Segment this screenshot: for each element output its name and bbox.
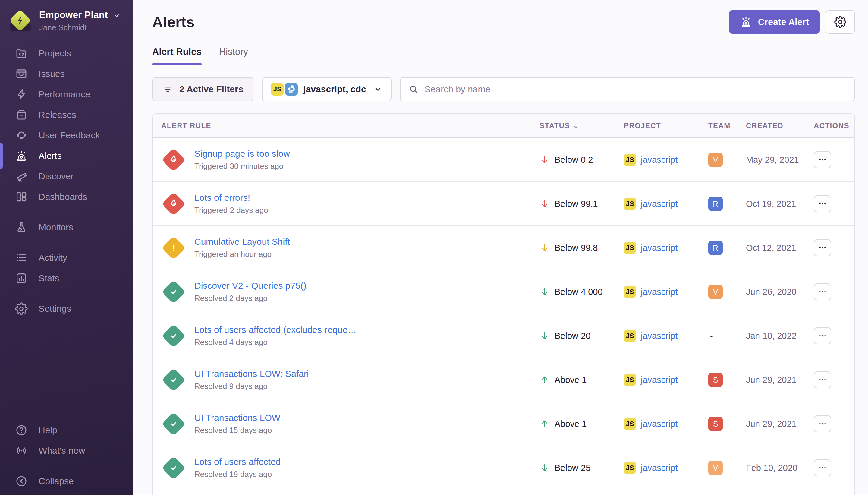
team-avatar: V [708, 153, 723, 167]
row-actions-button[interactable] [814, 151, 831, 168]
tab-history[interactable]: History [219, 47, 248, 65]
search-icon [409, 84, 419, 95]
whats-new-icon [15, 444, 28, 457]
alert-rule-link[interactable]: Discover V2 - Queries p75() [194, 281, 307, 291]
actions-cell [814, 327, 854, 344]
row-actions-button[interactable] [814, 239, 831, 256]
severity-critical-badge [161, 148, 186, 172]
alert-rule-row: UI Transactions LOW: Safari Resolved 9 d… [153, 358, 854, 402]
sidebar-item-help[interactable]: Help [0, 420, 133, 441]
projects-icon [15, 47, 28, 60]
row-actions-button[interactable] [814, 327, 831, 344]
project-link[interactable]: javascript [641, 199, 678, 209]
alert-rule-link[interactable]: Lots of users affected (excludes reque… [194, 325, 357, 335]
sidebar-item-stats[interactable]: Stats [0, 268, 133, 289]
alert-rule-link[interactable]: UI Transactions LOW: Safari [194, 369, 309, 379]
alert-rule-link[interactable]: UI Transactions LOW [194, 413, 280, 423]
row-actions-button[interactable] [814, 459, 831, 476]
sidebar-item-label: Performance [39, 89, 90, 100]
alert-rule-link[interactable]: Cumulative Layout Shift [194, 237, 290, 247]
project-cell: JS javascript [624, 418, 708, 430]
team-cell: V [708, 153, 746, 167]
tab-alert-rules[interactable]: Alert Rules [152, 47, 202, 65]
project-link[interactable]: javascript [641, 375, 678, 385]
sidebar-item-label: Dashboards [39, 192, 87, 202]
ellipsis-icon [818, 463, 827, 472]
alert-rule-link[interactable]: Signup page is too slow [194, 149, 290, 159]
settings-icon [15, 302, 28, 315]
search-input[interactable] [425, 84, 846, 95]
ellipsis-icon [818, 243, 827, 252]
actions-cell [814, 151, 854, 168]
alert-rule-cell: Lots of users affected (excludes reque… … [153, 323, 539, 348]
alerts-settings-button[interactable] [826, 10, 855, 34]
project-link[interactable]: javascript [641, 463, 678, 473]
project-cell: JS javascript [624, 462, 708, 474]
sidebar-item-releases[interactable]: Releases [0, 105, 133, 125]
sidebar-item-projects[interactable]: Projects [0, 43, 133, 64]
filter-lines-icon [162, 84, 173, 95]
severity-resolved-badge [161, 279, 186, 304]
severity-resolved-badge [161, 323, 186, 348]
row-actions-button[interactable] [814, 415, 831, 432]
severity-resolved-badge [161, 368, 186, 392]
column-label: Actions [814, 121, 849, 130]
project-link[interactable]: javascript [641, 331, 678, 341]
sidebar-item-monitors[interactable]: Monitors [0, 217, 133, 238]
project-selector[interactable]: JS javascript, cdc [262, 77, 391, 101]
tabs: Alert RulesHistory [152, 47, 855, 65]
alert-rule-row: Lots of errors! Triggered 2 days ago Bel… [153, 182, 854, 226]
sidebar: Empower Plant Jane Schmidt ProjectsIssue… [0, 0, 133, 495]
sidebar-item-label: Projects [39, 48, 71, 58]
chevron-down-icon [374, 85, 382, 94]
sidebar-item-alerts[interactable]: Alerts [0, 146, 133, 166]
ellipsis-icon [818, 155, 827, 164]
status-cell: Below 99.1 [539, 199, 624, 209]
project-cell: JS javascript [624, 286, 708, 298]
alert-rule-cell: ! Cumulative Layout Shift Triggered an h… [153, 236, 539, 260]
project-link[interactable]: javascript [641, 419, 678, 429]
javascript-icon: JS [271, 83, 283, 96]
status-cell: Above 1 [539, 419, 624, 429]
row-actions-button[interactable] [814, 371, 831, 388]
active-filters-button[interactable]: 2 Active Filters [152, 77, 254, 101]
trend-down-icon [539, 243, 550, 253]
column-label: Team [708, 121, 731, 130]
team-cell: S [708, 416, 746, 431]
project-link[interactable]: javascript [641, 243, 678, 253]
sidebar-item-settings[interactable]: Settings [0, 298, 133, 319]
column-header-status[interactable]: Status [539, 121, 624, 130]
sidebar-item-issues[interactable]: Issues [0, 64, 133, 84]
org-name: Empower Plant [39, 10, 108, 20]
sidebar-item-performance[interactable]: Performance [0, 84, 133, 105]
status-cell: Below 0.2 [539, 155, 624, 165]
team-none: - [708, 331, 713, 341]
org-switcher[interactable]: Empower Plant Jane Schmidt [0, 7, 133, 35]
sidebar-item-discover[interactable]: Discover [0, 166, 133, 187]
sidebar-item-activity[interactable]: Activity [0, 248, 133, 268]
monitors-icon [15, 221, 28, 234]
status-cell: Below 4,000 [539, 287, 624, 297]
team-avatar: S [708, 416, 723, 431]
team-cell: - [708, 331, 746, 341]
sidebar-item-dashboards[interactable]: Dashboards [0, 187, 133, 207]
help-icon [15, 424, 28, 437]
alert-rule-subtitle: Resolved 9 days ago [194, 382, 309, 391]
project-link[interactable]: javascript [641, 287, 678, 297]
trend-down-icon [539, 199, 550, 209]
sidebar-item-what-s-new[interactable]: What's new [0, 441, 133, 461]
alert-rule-link[interactable]: Lots of errors! [194, 193, 268, 203]
project-link[interactable]: javascript [641, 155, 678, 165]
create-alert-button[interactable]: Create Alert [729, 10, 820, 34]
check-icon [168, 462, 179, 473]
sidebar-item-user-feedback[interactable]: User Feedback [0, 125, 133, 146]
sidebar-footer-nav: HelpWhat's newCollapse [0, 420, 133, 491]
row-actions-button[interactable] [814, 195, 831, 212]
sidebar-item-collapse[interactable]: Collapse [0, 471, 133, 491]
created-date: Jan 10, 2022 [746, 331, 814, 341]
actions-cell [814, 284, 854, 300]
javascript-icon: JS [624, 418, 636, 430]
project-cell: JS javascript [624, 242, 708, 254]
alert-rule-link[interactable]: Lots of users affected [194, 457, 281, 467]
row-actions-button[interactable] [814, 284, 831, 300]
